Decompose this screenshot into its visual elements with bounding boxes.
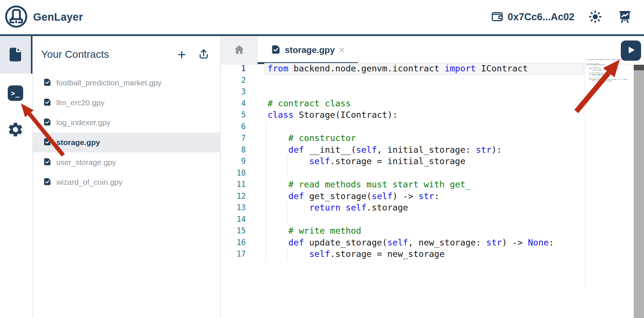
code-line-12[interactable]: 12 def get_storage(self) -> str:: [221, 191, 644, 202]
file-check-icon: [43, 98, 52, 108]
theme-toggle-button[interactable]: [588, 9, 603, 25]
code-line-13[interactable]: 13 return self.storage: [221, 202, 644, 214]
contract-list-item[interactable]: football_prediction_market.gpy: [33, 73, 220, 93]
stats-panel-button[interactable]: [618, 9, 632, 25]
presentation-chart-icon: [618, 9, 632, 25]
file-check-icon: [271, 45, 281, 56]
file-check-icon: [43, 177, 52, 187]
code-line-5[interactable]: 5class Storage(IContract):: [221, 109, 644, 121]
line-number: 12: [221, 191, 246, 202]
line-number: 15: [221, 225, 246, 237]
tab-label: storage.gpy: [285, 45, 335, 55]
sidebar-item-terminal[interactable]: >_: [0, 74, 31, 112]
code-line-4[interactable]: 4# contract class: [221, 98, 644, 110]
code-line-14[interactable]: 14: [221, 214, 644, 226]
line-number: 13: [221, 202, 246, 214]
file-check-icon: [43, 158, 52, 167]
code-line-17[interactable]: 17 self.storage = new_storage: [221, 248, 644, 260]
code-line-10[interactable]: 10: [221, 167, 644, 179]
line-number: 3: [221, 86, 246, 98]
code-line-16[interactable]: 16 def update_storage(self, new_storage:…: [221, 237, 644, 249]
line-number: 1: [221, 63, 246, 75]
contract-list-item[interactable]: wizard_of_coin.gpy: [33, 172, 220, 192]
file-check-icon: [43, 118, 52, 128]
editor-pane: storage.gpy × 1from backend.node.genvm.i…: [221, 36, 644, 318]
add-contract-button[interactable]: +: [177, 49, 187, 60]
file-icon: [7, 46, 24, 64]
home-icon: [233, 44, 245, 57]
line-number: 8: [221, 144, 246, 156]
contract-list-item[interactable]: storage.gpy: [33, 132, 220, 152]
wallet-icon: [491, 10, 504, 25]
wallet-address-button[interactable]: 0x7Cc6...Ac02: [491, 10, 574, 25]
contract-file-name: wizard_of_coin.gpy: [56, 178, 123, 187]
code-line-15[interactable]: 15 # write method: [221, 225, 644, 237]
line-number: 2: [221, 75, 246, 86]
line-number: 17: [221, 248, 246, 260]
contract-list-item[interactable]: llm_erc20.gpy: [33, 93, 220, 113]
code-line-9[interactable]: 9 self.storage = initial_storage: [221, 156, 644, 167]
sidebar-item-settings[interactable]: [0, 111, 31, 149]
code-line-7[interactable]: 7 # constructor: [221, 132, 644, 144]
code-line-3[interactable]: 3: [221, 86, 644, 98]
brand-title: GenLayer: [33, 11, 83, 23]
tab-storage-gpy[interactable]: storage.gpy ×: [258, 36, 358, 64]
close-tab-icon[interactable]: ×: [339, 46, 345, 54]
contracts-list: football_prediction_market.gpy llm_erc20…: [33, 73, 220, 192]
sidebar-item-contracts[interactable]: [0, 36, 31, 74]
contract-file-name: storage.gpy: [56, 138, 100, 147]
line-number: 5: [221, 109, 246, 121]
sun-icon: [588, 9, 603, 25]
code-line-6[interactable]: 6: [221, 121, 644, 133]
line-number: 9: [221, 156, 246, 167]
contracts-panel-title: Your Contracts: [41, 49, 109, 60]
line-number: 14: [221, 214, 246, 226]
app-header: GenLayer 0x7Cc6...Ac02: [0, 0, 644, 36]
play-icon: [626, 45, 636, 56]
line-number: 4: [221, 98, 246, 110]
line-number: 7: [221, 132, 246, 144]
contract-file-name: user_storage.gpy: [56, 158, 116, 167]
gear-icon: [7, 121, 24, 139]
code-editor[interactable]: 1from backend.node.genvm.icontract impor…: [221, 63, 644, 318]
code-line-11[interactable]: 11 # read methods must start with get_: [221, 179, 644, 191]
contracts-panel: Your Contracts + football_prediction_mar…: [33, 36, 220, 318]
contract-file-name: football_prediction_market.gpy: [56, 78, 162, 87]
line-number: 16: [221, 237, 246, 249]
tab-home[interactable]: [221, 36, 258, 64]
run-button[interactable]: [621, 40, 641, 61]
file-check-icon: [43, 138, 52, 148]
contract-file-name: log_indexer.gpy: [56, 118, 110, 127]
wallet-address: 0x7Cc6...Ac02: [507, 11, 574, 23]
genlayer-logo: [4, 5, 28, 30]
code-line-1[interactable]: 1from backend.node.genvm.icontract impor…: [221, 63, 644, 75]
editor-tabbar: storage.gpy ×: [221, 36, 644, 64]
terminal-icon: >_: [8, 85, 23, 101]
activity-sidebar: >_: [0, 36, 32, 318]
line-number: 11: [221, 179, 246, 191]
line-number: 6: [221, 121, 246, 133]
line-number: 10: [221, 167, 246, 179]
code-line-2[interactable]: 2: [221, 75, 644, 86]
contract-list-item[interactable]: log_indexer.gpy: [33, 113, 220, 132]
contract-list-item[interactable]: user_storage.gpy: [33, 152, 220, 172]
upload-contract-button[interactable]: [198, 48, 210, 61]
upload-icon: [198, 48, 210, 61]
file-check-icon: [43, 78, 52, 88]
code-line-8[interactable]: 8 def __init__(self, initial_storage: st…: [221, 144, 644, 156]
contract-file-name: llm_erc20.gpy: [56, 98, 105, 107]
